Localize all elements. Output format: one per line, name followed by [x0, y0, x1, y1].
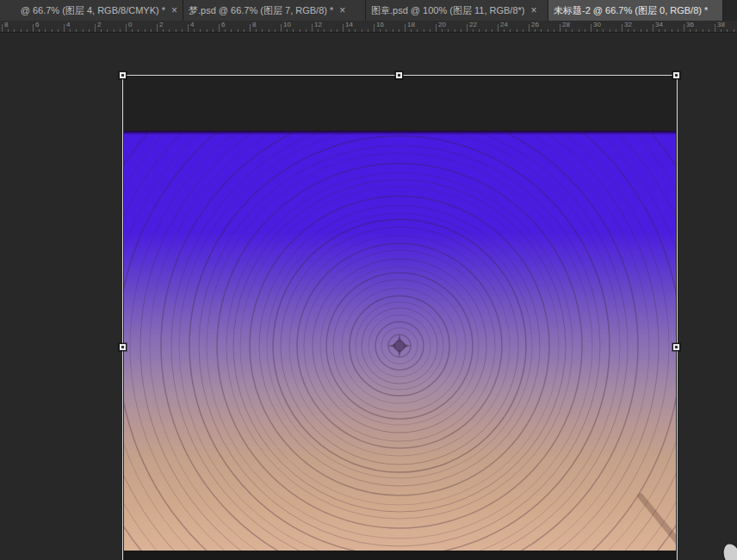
tab-document-3[interactable]: 图章.psd @ 100% (图层 11, RGB/8*) ×	[366, 0, 548, 21]
ruler-tick	[715, 24, 715, 32]
ruler-tick	[275, 29, 276, 32]
center-star-icon	[387, 334, 412, 358]
ruler-tick	[659, 29, 660, 32]
ruler-tick	[39, 29, 40, 32]
ruler-tick	[101, 29, 102, 32]
tab-document-2[interactable]: 梦.psd @ 66.7% (图层 7, RGB/8) * ×	[183, 0, 366, 21]
transform-handle-middle-left[interactable]	[119, 343, 127, 351]
ruler-tick	[151, 29, 152, 32]
ruler-tick	[318, 29, 319, 32]
ruler-label: 16	[376, 21, 384, 28]
ruler-tick	[696, 29, 697, 32]
ruler-tick	[442, 29, 443, 32]
ruler-tick	[386, 29, 387, 32]
tab-document-4-title: 未标题-2 @ 66.7% (图层 0, RGB/8) *	[554, 4, 708, 17]
transform-handle-top-left[interactable]	[119, 71, 127, 79]
ruler-label: 2	[97, 21, 101, 28]
tab-document-4-active[interactable]: 未标题-2 @ 66.7% (图层 0, RGB/8) *	[548, 0, 723, 21]
ruler-tick	[213, 29, 214, 32]
ruler-tick	[455, 29, 455, 32]
ruler-tick	[647, 29, 647, 32]
ruler-tick	[306, 29, 307, 32]
ruler-tick	[634, 29, 635, 32]
tab-bar-empty-space	[723, 0, 737, 21]
ruler-label: 36	[686, 21, 694, 28]
ruler-label: 20	[438, 21, 446, 28]
ruler-tick	[145, 29, 146, 32]
ruler-tick	[585, 29, 585, 32]
ruler-tick	[8, 29, 9, 32]
ruler-tick	[287, 29, 288, 32]
ruler-tick	[721, 29, 722, 32]
ruler-tick	[176, 29, 177, 32]
ruler-tick	[362, 29, 362, 32]
ruler-tick	[678, 29, 678, 32]
ruler-tick	[138, 29, 139, 32]
ruler-tick	[709, 29, 709, 32]
ruler-tick	[27, 29, 28, 32]
ruler-tick	[461, 29, 461, 32]
transform-handle-middle-right[interactable]	[672, 343, 680, 351]
ruler-tick	[684, 24, 684, 32]
ruler-label: 10	[283, 21, 291, 28]
ruler-tick	[479, 29, 480, 32]
ruler-tick	[529, 24, 530, 32]
close-icon[interactable]: ×	[339, 5, 345, 15]
ruler-tick	[554, 29, 554, 32]
transform-handle-top-right[interactable]	[672, 71, 680, 79]
ruler-tick	[89, 29, 90, 32]
ruler-tick	[374, 24, 375, 32]
ruler-label: 18	[407, 21, 415, 28]
ruler-label: 22	[469, 21, 477, 28]
ruler-label: 6	[221, 21, 225, 28]
ruler-tick	[281, 24, 282, 32]
ruler-tick	[368, 29, 368, 32]
ruler-tick	[244, 29, 245, 32]
ruler[interactable]: 864202468101214161820222426283032343638	[0, 21, 737, 33]
close-icon[interactable]: ×	[530, 5, 536, 15]
canvas-dark-top-band	[124, 76, 676, 131]
smudge-stroke	[641, 496, 676, 551]
ruler-tick	[727, 29, 728, 32]
transform-right-edge[interactable]	[677, 75, 678, 560]
ruler-label: 8	[4, 21, 8, 28]
ruler-tick	[535, 29, 536, 32]
ruler-tick	[33, 24, 34, 32]
ruler-tick	[579, 29, 579, 32]
canvas-gradient-image[interactable]	[124, 131, 676, 551]
ruler-tick	[188, 24, 189, 32]
ruler-tick	[541, 29, 542, 32]
tab-document-1[interactable]: @ 66.7% (图层 4, RGB/8/CMYK) * ×	[0, 0, 183, 21]
ruler-tick	[182, 29, 183, 32]
ruler-tick	[157, 24, 158, 32]
ruler-tick	[126, 24, 127, 32]
ruler-label: 8	[252, 21, 256, 28]
transform-left-edge[interactable]	[122, 75, 123, 560]
ruler-label: 38	[717, 21, 725, 28]
ruler-tick	[498, 24, 499, 32]
ruler-label: 30	[593, 21, 601, 28]
ruler-label: 28	[562, 21, 570, 28]
ruler-tick	[405, 24, 406, 32]
ruler-tick	[603, 29, 604, 32]
ruler-tick	[473, 29, 474, 32]
handle-hole	[675, 74, 678, 77]
close-icon[interactable]: ×	[171, 5, 177, 15]
ruler-tick	[641, 29, 641, 32]
ruler-tick	[523, 29, 523, 32]
ruler-tick	[517, 29, 517, 32]
tab-document-1-title: @ 66.7% (图层 4, RGB/8/CMYK) *	[21, 4, 165, 17]
ruler-label: 2	[159, 21, 163, 28]
ruler-tick	[448, 29, 449, 32]
transform-handle-top-center[interactable]	[395, 71, 403, 79]
ruler-tick	[120, 29, 121, 32]
ruler-tick	[566, 29, 567, 32]
ruler-tick	[393, 29, 393, 32]
ruler-tick	[380, 29, 381, 32]
ruler-tick	[225, 29, 226, 32]
ruler-tick	[70, 29, 71, 32]
ruler-tick	[207, 29, 207, 32]
ruler-tick	[21, 29, 22, 32]
ruler-tick	[269, 29, 269, 32]
ruler-label: 0	[128, 21, 132, 28]
